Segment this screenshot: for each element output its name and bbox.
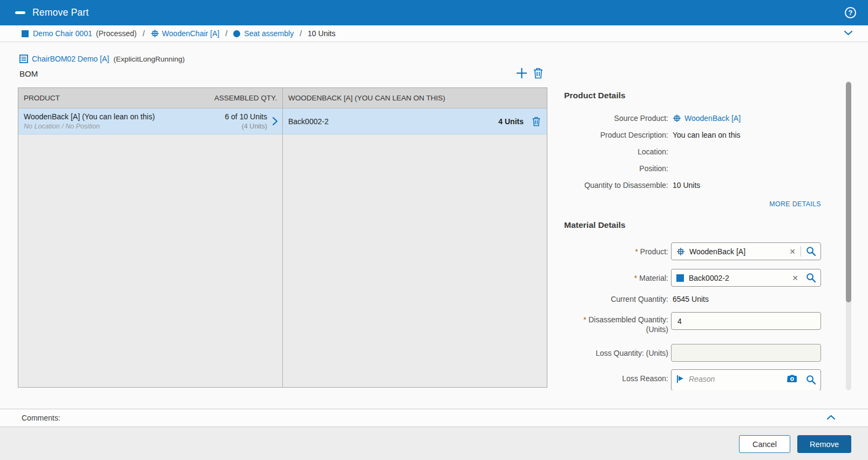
product-field-label: *Product: (564, 247, 668, 256)
bom-definition-link[interactable]: ChairBOM02 Demo [A] (32, 55, 109, 63)
loss-qty-label: Loss Quantity: (Units) (564, 349, 668, 357)
disassembled-qty-label: *Disassembled Quantity: (564, 315, 668, 324)
divider (801, 246, 801, 256)
breadcrumb-order-link[interactable]: Demo Chair 0001 (33, 29, 92, 38)
remove-part-icon (15, 11, 25, 14)
page-title: Remove Part (32, 7, 89, 18)
product-field-value: WoodenBack [A] (689, 247, 745, 256)
field-label: Quantity to Disassemble: (564, 181, 668, 190)
material-combo-field[interactable]: Back0002-2 ✕ (671, 269, 821, 287)
assembled-qty: 6 of 10 Units (225, 112, 267, 122)
field-value: 6545 Units (673, 295, 709, 303)
column-product: PRODUCT (24, 94, 60, 102)
product-combo-field[interactable]: WoodenBack [A] ✕ (671, 242, 821, 260)
required-asterisk: * (634, 274, 637, 282)
assembled-qty-sub: (4 Units) (225, 122, 267, 131)
field-label: Current Quantity: (564, 295, 668, 303)
loss-reason-placeholder: Reason (689, 375, 715, 383)
product-location: No Location / No Position (24, 122, 155, 131)
bom-definition-row: ChairBOM02 Demo [A] (ExplicitLongRunning… (19, 55, 185, 63)
flag-icon (676, 375, 684, 383)
material-details-title: Material Details (564, 220, 626, 230)
bom-product-row[interactable]: WoodenBack [A] (You can lean on this) No… (18, 109, 282, 134)
breadcrumb-separator: / (225, 29, 227, 38)
field-value: You can lean on this (673, 131, 741, 139)
add-icon[interactable] (515, 66, 528, 80)
breadcrumb-operation-link[interactable]: Seat assembly (244, 29, 294, 38)
bom-icon (19, 55, 28, 63)
required-asterisk: * (635, 247, 638, 256)
breadcrumb: Demo Chair 0001 (Processed) / WoodenChai… (0, 25, 868, 42)
bom-definition-type: (ExplicitLongRunning) (113, 55, 185, 63)
detail-row-current-qty: Current Quantity: 6545 Units (564, 295, 821, 306)
disassembled-qty-field (671, 312, 821, 330)
camera-icon[interactable] (787, 375, 797, 383)
chevron-right-icon[interactable] (272, 117, 278, 126)
order-icon (22, 30, 29, 37)
field-label: Position: (564, 164, 668, 173)
product-details-title: Product Details (564, 91, 626, 100)
product-name: WoodenBack [A] (You can lean on this) (24, 112, 155, 122)
footer-bar: Cancel Remove (0, 427, 868, 460)
field-value: WoodenBack [A] (673, 114, 741, 123)
comments-label: Comments: (22, 414, 60, 422)
detail-row-location: Location: (564, 147, 821, 158)
app-header: Remove Part ? (0, 0, 868, 25)
search-icon[interactable] (806, 273, 816, 283)
loss-reason-label: Loss Reason: (564, 374, 668, 383)
required-asterisk: * (584, 315, 586, 324)
breadcrumb-product-link[interactable]: WoodenChair [A] (162, 29, 219, 38)
scrollbar-thumb[interactable] (846, 82, 851, 302)
disassembled-qty-label-units: (Units) (564, 325, 668, 334)
material-qty: 4 Units (498, 117, 524, 126)
clear-icon[interactable]: ✕ (787, 247, 798, 256)
search-icon[interactable] (806, 246, 816, 256)
detail-row-position: Position: (564, 164, 821, 175)
delete-icon[interactable] (533, 67, 543, 79)
product-icon (676, 247, 685, 256)
search-icon[interactable] (806, 375, 816, 385)
detail-row-description: Product Description: You can lean on thi… (564, 131, 821, 141)
bom-materials-panel: WOODENBACK [A] (YOU CAN LEAN ON THIS) Ba… (283, 88, 547, 387)
assembled-qty-cell: 6 of 10 Units (4 Units) (225, 112, 267, 131)
field-label: Location: (564, 147, 668, 156)
loss-qty-field (671, 344, 821, 362)
order-status: (Processed) (96, 29, 137, 38)
details-panel: Product Details Source Product: WoodenBa… (564, 81, 821, 390)
chevron-up-icon[interactable] (826, 414, 836, 421)
detail-row-source-product: Source Product: WoodenBack [A] (564, 114, 821, 125)
bom-table: PRODUCT ASSEMBLED QTY. WoodenBack [A] (Y… (18, 87, 547, 388)
column-assembled-qty: ASSEMBLED QTY. (214, 94, 277, 102)
breadcrumb-quantity: 10 Units (308, 29, 335, 38)
trash-icon[interactable] (532, 117, 540, 126)
product-icon (673, 114, 681, 123)
chevron-down-icon[interactable] (844, 30, 853, 36)
materials-panel-header: WOODENBACK [A] (YOU CAN LEAN ON THIS) (283, 88, 547, 109)
material-field-label: *Material: (564, 274, 668, 282)
material-field-value: Back0002-2 (689, 274, 729, 282)
loss-qty-input[interactable] (676, 348, 816, 358)
breadcrumb-separator: / (143, 29, 145, 38)
remove-button[interactable]: Remove (797, 435, 851, 453)
cancel-button[interactable]: Cancel (739, 435, 790, 453)
material-icon (676, 274, 684, 282)
product-icon (151, 29, 159, 38)
material-row[interactable]: Back0002-2 4 Units (283, 109, 547, 134)
disassembled-qty-input[interactable] (676, 316, 816, 326)
detail-row-qty-disassemble: Quantity to Disassemble: 10 Units (564, 181, 821, 192)
operation-icon (233, 30, 240, 37)
field-value: 10 Units (673, 181, 700, 190)
comments-bar[interactable]: Comments: (0, 409, 868, 427)
more-details-link[interactable]: MORE DETAILS (769, 200, 821, 208)
bom-table-header: PRODUCT ASSEMBLED QTY. (18, 88, 282, 109)
source-product-link[interactable]: WoodenBack [A] (684, 114, 741, 123)
bom-section-title: BOM (19, 69, 38, 78)
field-label: Source Product: (564, 114, 668, 123)
material-name: Back0002-2 (288, 117, 329, 126)
help-icon[interactable]: ? (845, 7, 856, 18)
bom-products-panel: PRODUCT ASSEMBLED QTY. WoodenBack [A] (Y… (18, 88, 283, 387)
loss-reason-field[interactable]: Reason (671, 369, 821, 390)
product-cell: WoodenBack [A] (You can lean on this) No… (24, 112, 155, 131)
clear-icon[interactable]: ✕ (790, 274, 801, 282)
field-label: Product Description: (564, 131, 668, 139)
